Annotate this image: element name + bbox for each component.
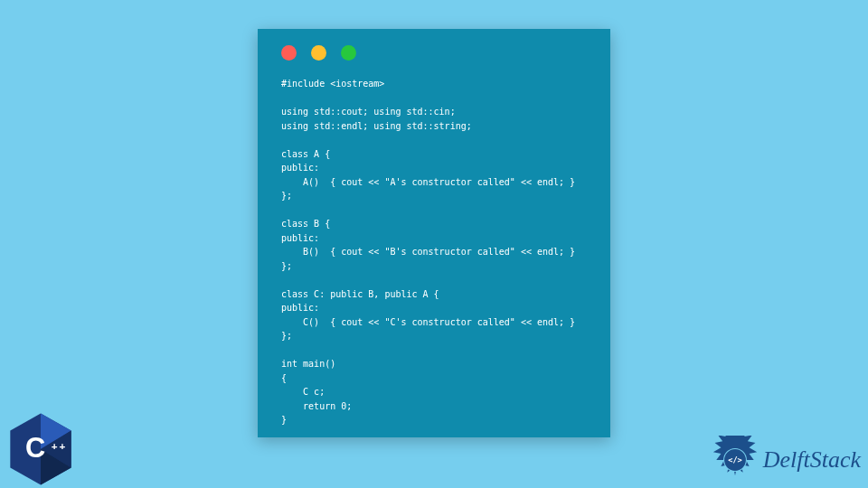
traffic-lights [258, 29, 610, 70]
svg-text:C: C [25, 432, 45, 464]
svg-text:+: + [60, 440, 66, 452]
delftstack-badge-icon: </> [711, 436, 760, 484]
delftstack-logo: </> DelftStack [711, 436, 861, 484]
code-block: #include <iostream> using std::cout; usi… [258, 70, 610, 446]
minimize-icon [311, 45, 326, 61]
code-window: #include <iostream> using std::cout; usi… [258, 29, 610, 437]
delftstack-text: DelftStack [763, 446, 861, 474]
svg-text:+: + [52, 440, 58, 452]
svg-text:</>: </> [728, 455, 742, 465]
fullscreen-icon [341, 45, 356, 61]
close-icon [281, 45, 297, 61]
cpp-logo-icon: C + + [7, 412, 74, 486]
